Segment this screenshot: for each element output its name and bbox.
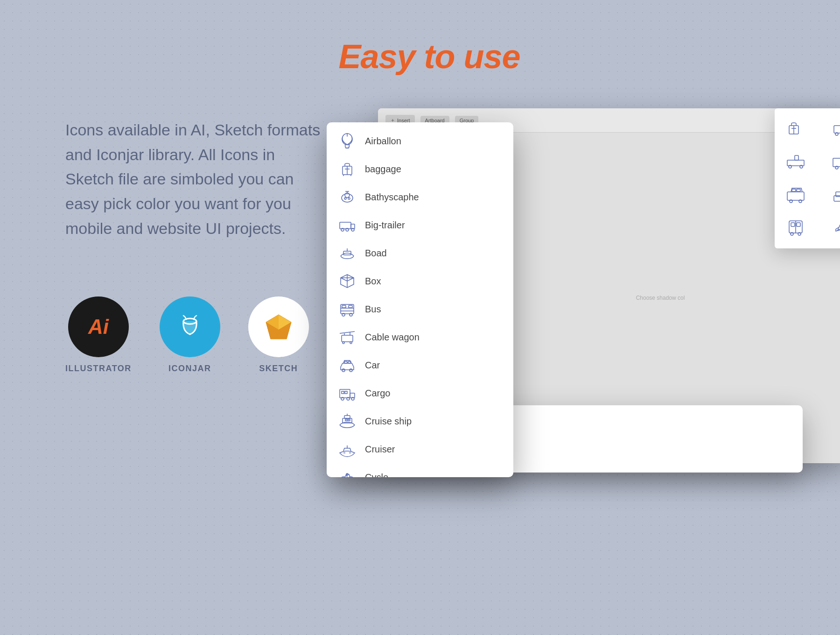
- iconjar-circle: [160, 296, 220, 357]
- svg-rect-69: [834, 126, 840, 133]
- ai-icon: Ai: [88, 315, 109, 339]
- svg-point-17: [344, 198, 346, 199]
- cargo-label: Cargo: [365, 388, 390, 399]
- dropdown-item-bigtrailer[interactable]: Big-trailer: [327, 211, 513, 239]
- bus-label: Bus: [365, 304, 381, 315]
- description-text: Icons available in AI, Sketch formats an…: [65, 118, 327, 240]
- svg-rect-31: [342, 305, 346, 308]
- cablewagon-icon: [338, 328, 357, 346]
- car-icon: [338, 356, 357, 374]
- svg-rect-82: [787, 192, 804, 200]
- svg-point-13: [342, 194, 353, 202]
- grid-icon-plane: [831, 216, 840, 239]
- dropdown-item-bathyscaphe[interactable]: Bathyscaphe: [327, 183, 513, 211]
- svg-rect-44: [344, 361, 347, 363]
- box-icon: [338, 272, 357, 290]
- dropdown-item-bus[interactable]: Bus: [327, 295, 513, 323]
- cruiseship-icon: [338, 412, 357, 430]
- svg-rect-74: [787, 160, 804, 166]
- svg-rect-91: [791, 223, 795, 226]
- tool-sketch: SKETCH: [248, 296, 309, 374]
- svg-rect-54: [344, 416, 350, 418]
- iconjar-label: ICONJAR: [168, 364, 211, 374]
- tool-illustrator: Ai ILLUSTRATOR: [65, 296, 132, 374]
- grid-icon-truck: [831, 150, 840, 174]
- sketch-diamond-icon: [262, 313, 295, 341]
- grid-icon-van: [784, 183, 807, 206]
- cruiseship-label: Cruise ship: [365, 416, 412, 427]
- iconjar-bucket-icon: [176, 313, 204, 341]
- dropdown-item-car[interactable]: Car: [327, 351, 513, 379]
- icons-grid-panel: [775, 108, 840, 248]
- svg-point-40: [343, 342, 344, 344]
- cablewagon-label: Cable wagon: [365, 332, 420, 343]
- bathyscaphe-icon: [338, 188, 357, 206]
- svg-rect-75: [795, 155, 798, 160]
- dropdown-item-cruiseship[interactable]: Cruise ship: [327, 407, 513, 435]
- cargo-icon: [338, 384, 357, 402]
- svg-rect-52: [345, 391, 347, 394]
- tools-row: Ai ILLUSTRATOR ICONJ: [65, 296, 327, 374]
- bigtrailer-label: Big-trailer: [365, 220, 405, 231]
- cruiser-icon: [338, 440, 357, 459]
- svg-point-59: [340, 477, 347, 477]
- dropdown-item-box[interactable]: Box: [327, 267, 513, 295]
- dropdown-list: Airballon baggage Bathysca: [327, 122, 513, 477]
- sketch-label: SKETCH: [259, 364, 298, 374]
- svg-point-60: [348, 477, 354, 477]
- dropdown-item-cablewagon[interactable]: Cable wagon: [327, 323, 513, 351]
- dropdown-item-boad[interactable]: Boad: [327, 239, 513, 267]
- svg-rect-83: [792, 189, 796, 191]
- grid-icon-baggage: [784, 118, 807, 141]
- icons-dropdown-panel: Airballon baggage Bathysca: [327, 122, 513, 477]
- svg-point-43: [350, 369, 352, 372]
- svg-rect-78: [833, 158, 840, 167]
- sketch-circle: [248, 296, 309, 357]
- car-label: Car: [365, 360, 380, 371]
- cruiser-label: Cruiser: [365, 444, 395, 455]
- grid-icon-metro: [784, 216, 807, 239]
- canvas-placeholder: Choose shadow col: [636, 295, 685, 301]
- dropdown-item-airballon[interactable]: Airballon: [327, 127, 513, 155]
- cycle-icon: [338, 468, 357, 477]
- svg-rect-36: [342, 335, 353, 342]
- baggage-label: baggage: [365, 164, 401, 175]
- svg-line-37: [340, 332, 355, 333]
- illustrator-label: ILLUSTRATOR: [65, 364, 132, 374]
- dropdown-item-cargo[interactable]: Cargo: [327, 379, 513, 407]
- bus-icon: [338, 300, 357, 318]
- page-title: Easy to use: [65, 37, 793, 76]
- boad-label: Boad: [365, 248, 387, 259]
- dropdown-item-cycle[interactable]: Cycle: [327, 463, 513, 477]
- svg-point-18: [348, 198, 350, 199]
- dropdown-item-cruiser[interactable]: Cruiser: [327, 435, 513, 463]
- svg-rect-32: [349, 305, 352, 308]
- baggage-icon: [338, 160, 357, 178]
- bathyscaphe-label: Bathyscaphe: [365, 192, 419, 203]
- svg-rect-19: [340, 222, 351, 229]
- right-section: ＋ Insert Artboard Group Edit Tr: [355, 108, 793, 463]
- box-label: Box: [365, 276, 381, 287]
- dropdown-item-baggage[interactable]: baggage: [327, 155, 513, 183]
- svg-point-41: [350, 342, 352, 344]
- svg-rect-51: [342, 391, 344, 394]
- svg-rect-92: [797, 223, 800, 226]
- svg-rect-84: [797, 189, 800, 191]
- cycle-label: Cycle: [365, 472, 388, 478]
- boad-icon: [338, 244, 357, 262]
- grid-icon-fork: [784, 150, 807, 174]
- airballon-label: Airballon: [365, 136, 401, 147]
- svg-rect-29: [341, 304, 354, 314]
- bigtrailer-icon: [338, 216, 357, 234]
- airballon-icon: [338, 132, 357, 150]
- tool-iconjar: ICONJAR: [160, 296, 220, 374]
- grid-icon-excavator: [831, 183, 840, 206]
- illustrator-circle: Ai: [68, 296, 129, 357]
- left-section: Icons available in AI, Sketch formats an…: [65, 108, 327, 374]
- grid-icon-trailer: [831, 118, 840, 141]
- svg-point-42: [342, 369, 345, 372]
- svg-rect-56: [345, 419, 347, 421]
- svg-rect-57: [348, 419, 350, 421]
